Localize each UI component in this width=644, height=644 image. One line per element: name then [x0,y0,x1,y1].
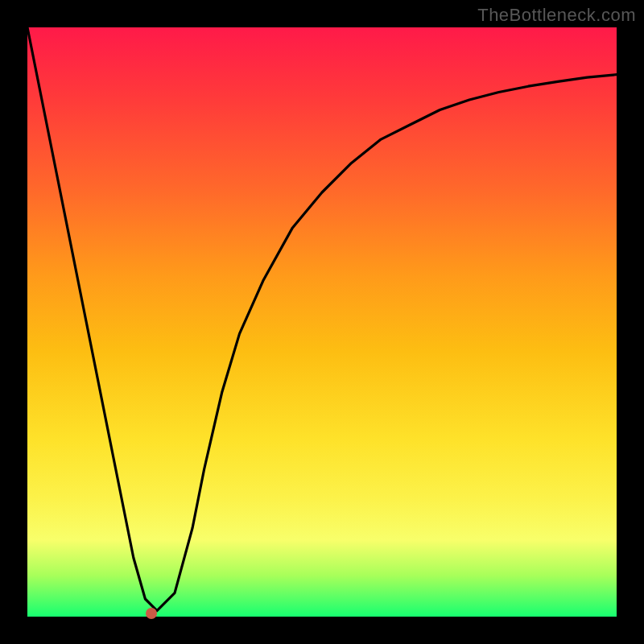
chart-frame: TheBottleneck.com [0,0,644,644]
marker-dot [146,608,157,619]
bottleneck-curve [27,27,617,617]
watermark-text: TheBottleneck.com [477,5,636,26]
plot-area [27,27,617,617]
